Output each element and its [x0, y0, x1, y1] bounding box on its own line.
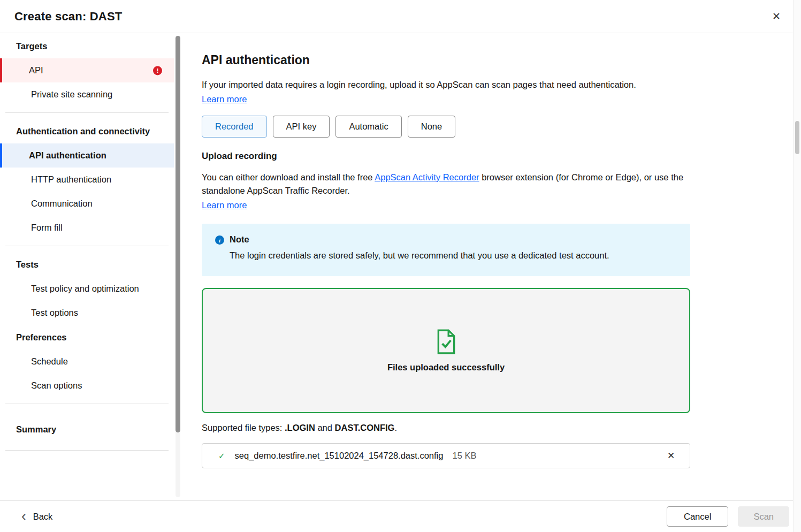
- sidebar-item-private-site-scanning[interactable]: Private site scanning: [0, 82, 174, 107]
- note-body: The login credentials are stored safely,…: [230, 249, 609, 262]
- close-button[interactable]: ✕: [767, 7, 786, 26]
- sidebar-item-label: Test policy and optimization: [31, 284, 139, 294]
- sidebar-section-label: Summary: [16, 424, 56, 435]
- create-scan-dialog: Create scan: DAST ✕ Targets API ! Privat…: [0, 0, 801, 532]
- dialog-title: Create scan: DAST: [14, 10, 122, 24]
- sidebar-section-preferences: Preferences: [0, 325, 174, 349]
- sidebar-section-tests: Tests: [0, 252, 174, 277]
- sidebar-section-label: Tests: [16, 260, 39, 270]
- sidebar-section-targets: Targets: [0, 34, 174, 58]
- sidebar-item-schedule[interactable]: Schedule: [0, 349, 174, 374]
- sidebar-section-label: Authentication and connectivity: [16, 126, 150, 136]
- supported-type-login: .LOGIN: [285, 423, 315, 432]
- supported-suffix: .: [394, 423, 397, 432]
- sidebar-item-http-authentication[interactable]: HTTP authentication: [0, 168, 174, 192]
- auth-method-none-button[interactable]: None: [408, 116, 455, 138]
- auth-method-api-key-button[interactable]: API key: [273, 116, 330, 138]
- supported-file-types: Supported file types: .LOGIN and DAST.CO…: [202, 423, 792, 433]
- sidebar-item-label: Schedule: [31, 356, 68, 367]
- file-success-icon: [436, 329, 457, 354]
- sidebar-item-test-options[interactable]: Test options: [0, 301, 174, 325]
- error-badge-icon: !: [153, 66, 162, 75]
- sidebar-item-api[interactable]: API !: [0, 58, 174, 82]
- note-banner: i Note The login credentials are stored …: [202, 224, 690, 276]
- sidebar-scrollbar-thumb[interactable]: [176, 36, 180, 432]
- sidebar-list: Targets API ! Private site scanning Auth…: [0, 34, 174, 500]
- supported-type-dast-config: DAST.CONFIG: [335, 423, 395, 432]
- divider: [5, 450, 169, 451]
- activity-recorder-link[interactable]: AppScan Activity Recorder: [375, 172, 479, 182]
- scan-button[interactable]: Scan: [738, 506, 789, 527]
- sidebar-section-label: Preferences: [16, 332, 66, 343]
- page-title: API authentication: [202, 53, 792, 67]
- upload-status-text: Files uploaded successfully: [387, 362, 505, 373]
- auth-method-button-group: Recorded API key Automatic None: [202, 116, 792, 138]
- intro-text: If your imported data requires a login r…: [202, 79, 726, 92]
- upload-recording-title: Upload recording: [202, 151, 792, 162]
- window-scrollbar-thumb[interactable]: [795, 121, 799, 154]
- sidebar-section-label: Targets: [16, 41, 47, 51]
- sidebar-item-form-fill[interactable]: Form fill: [0, 216, 174, 240]
- sidebar-item-label: API authentication: [29, 150, 106, 161]
- learn-more-link-2[interactable]: Learn more: [202, 200, 247, 210]
- upload-description: You can either download and install the …: [202, 171, 692, 197]
- note-content: Note The login credentials are stored sa…: [230, 234, 609, 262]
- chevron-left-icon: ‹: [21, 509, 26, 523]
- window-scrollbar[interactable]: [793, 0, 801, 532]
- sidebar-item-label: API: [29, 65, 43, 75]
- sidebar-item-scan-options[interactable]: Scan options: [0, 374, 174, 398]
- sidebar-spacer: [0, 457, 174, 499]
- sidebar-item-communication[interactable]: Communication: [0, 192, 174, 216]
- sidebar-item-test-policy[interactable]: Test policy and optimization: [0, 277, 174, 301]
- close-icon: ✕: [772, 11, 781, 22]
- sidebar-item-label: Communication: [31, 199, 93, 209]
- file-success-check-icon: ✓: [218, 451, 225, 461]
- dialog-header: Create scan: DAST ✕: [0, 0, 801, 33]
- sidebar-section-summary[interactable]: Summary: [0, 417, 174, 442]
- uploaded-file-name: seq_demo.testfire.net_15102024_154728.da…: [235, 451, 444, 461]
- sidebar-item-api-authentication[interactable]: API authentication: [0, 143, 174, 168]
- sidebar-item-label: Private site scanning: [31, 89, 112, 100]
- uploaded-file-size: 15 KB: [452, 451, 476, 461]
- back-button[interactable]: ‹ Back: [21, 511, 52, 523]
- note-title: Note: [230, 234, 609, 245]
- supported-joiner: and: [315, 423, 335, 432]
- back-button-label: Back: [33, 512, 53, 522]
- sidebar-section-authentication: Authentication and connectivity: [0, 119, 174, 143]
- sidebar-item-label: Test options: [31, 308, 78, 318]
- sidebar-item-label: Form fill: [31, 223, 63, 233]
- remove-file-button[interactable]: ✕: [662, 447, 680, 465]
- sidebar-item-label: HTTP authentication: [31, 174, 111, 185]
- main-panel: API authentication If your imported data…: [185, 34, 792, 500]
- info-icon: i: [215, 235, 224, 245]
- upload-desc-before: You can either download and install the …: [202, 172, 375, 182]
- auth-method-recorded-button[interactable]: Recorded: [202, 116, 267, 138]
- learn-more-link[interactable]: Learn more: [202, 94, 247, 104]
- sidebar: Targets API ! Private site scanning Auth…: [0, 34, 184, 500]
- file-upload-dropzone[interactable]: Files uploaded successfully: [202, 288, 690, 413]
- sidebar-scrollbar[interactable]: [176, 36, 180, 497]
- supported-prefix: Supported file types:: [202, 423, 285, 432]
- uploaded-file-row: ✓ seq_demo.testfire.net_15102024_154728.…: [202, 443, 690, 468]
- dialog-footer: ‹ Back Cancel Scan: [0, 500, 801, 532]
- divider: [5, 404, 169, 404]
- auth-method-automatic-button[interactable]: Automatic: [335, 116, 401, 138]
- divider: [5, 112, 169, 113]
- divider: [5, 246, 169, 246]
- sidebar-item-label: Scan options: [31, 381, 82, 391]
- cancel-button[interactable]: Cancel: [667, 506, 728, 527]
- remove-file-icon: ✕: [667, 451, 675, 461]
